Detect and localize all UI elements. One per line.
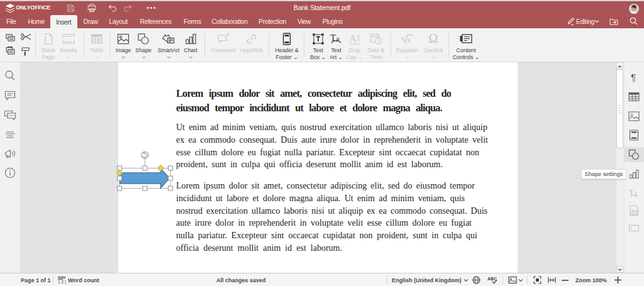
svg-text:¶: ¶ (631, 72, 636, 82)
svg-text:Ω: Ω (429, 33, 438, 45)
svg-text:x: x (406, 35, 411, 45)
svg-text:ABC: ABC (487, 277, 497, 281)
svg-text:1 2 3: 1 2 3 (58, 280, 66, 284)
svg-text:a: a (336, 34, 340, 43)
svg-text:A: A (349, 33, 357, 44)
